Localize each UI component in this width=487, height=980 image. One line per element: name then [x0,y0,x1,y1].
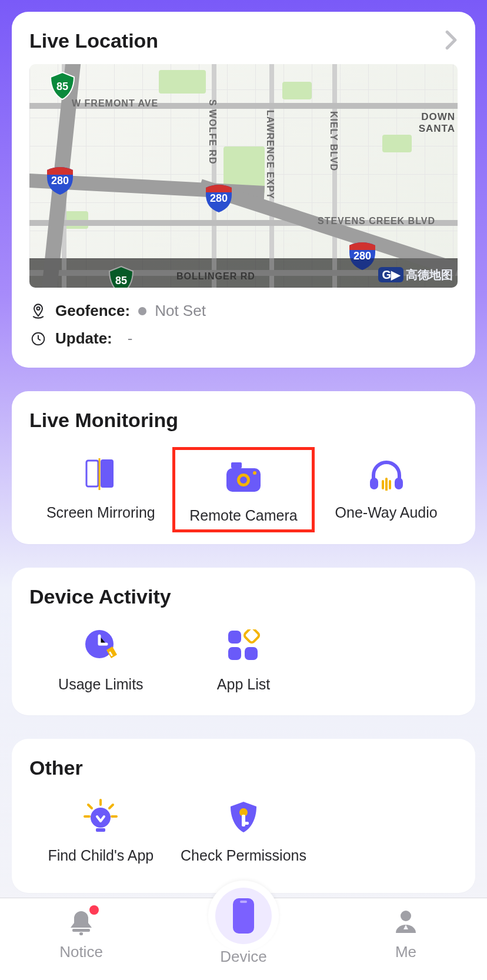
usage-limits-label: Usage Limits [58,675,144,694]
svg-rect-29 [242,822,249,825]
interstate-shield-280-b: 280 [204,182,234,212]
svg-rect-17 [228,647,241,660]
i280-label-b: 280 [210,192,228,205]
geofence-value: Not Set [155,302,206,320]
other-card: Other [12,739,475,893]
road-swolfe: S WOLFE RD [207,99,218,164]
find-childs-app-tile[interactable]: Find Child's App [29,790,172,869]
geofence-row: Geofence: Not Set [29,302,458,320]
svg-point-9 [253,471,256,475]
one-way-audio-tile[interactable]: One-Way Audio [315,447,458,532]
other-empty-slot [315,790,458,869]
svg-rect-26 [96,828,105,832]
update-value: - [128,329,133,348]
tab-bar: Notice Device [0,898,487,980]
svg-rect-30 [72,929,90,932]
find-childs-app-label: Find Child's App [48,846,154,865]
map-text-santa: SANTA [419,123,455,135]
headphones-icon [368,455,405,493]
live-location-card: Live Location [12,12,475,368]
svg-rect-2 [86,461,98,486]
i280-label-c: 280 [353,250,371,262]
device-activity-card: Device Activity Usage Limits [12,568,475,715]
live-monitoring-card: Live Monitoring Screen Mirroring [12,391,475,544]
tab-device[interactable]: Device [163,906,323,966]
usage-limits-tile[interactable]: Usage Limits [29,619,172,698]
camera-icon [225,458,262,496]
tab-me[interactable]: Me [325,906,486,961]
device-activity-title: Device Activity [29,585,458,608]
chevron-right-icon [445,30,458,52]
svg-rect-33 [240,901,247,903]
bell-icon [66,906,96,937]
route-shield-85: 85 [47,70,78,101]
app-list-label: App List [217,675,270,694]
svg-line-21 [88,805,92,808]
screen-mirroring-tile[interactable]: Screen Mirroring [29,447,172,532]
geofence-label: Geofence: [55,302,130,320]
map-text-down: DOWN [421,111,455,123]
svg-rect-10 [370,478,378,489]
live-location-header[interactable]: Live Location [29,29,458,52]
status-dot-icon [138,307,146,315]
live-location-title: Live Location [29,29,158,52]
svg-rect-3 [101,459,114,488]
other-title: Other [29,756,458,779]
usage-limits-icon [82,627,119,665]
tab-notice-label: Notice [59,943,103,961]
svg-point-0 [36,306,39,309]
update-row: Update: - [29,329,458,348]
lightbulb-icon [82,798,119,836]
road-lawrence: LAWRENCE EXPY [265,110,275,199]
screen-mirroring-icon [82,455,119,493]
i280-label-a: 280 [51,175,69,187]
svg-point-8 [240,476,247,484]
remote-camera-tile[interactable]: Remote Camera [172,447,315,532]
device-fab[interactable] [208,881,279,951]
person-icon [391,906,421,937]
svg-rect-18 [245,647,258,660]
check-permissions-tile[interactable]: Check Permissions [172,790,315,869]
svg-point-25 [91,808,111,828]
tab-notice[interactable]: Notice [1,906,161,961]
one-way-audio-label: One-Way Audio [335,504,438,522]
phone-icon [232,897,255,935]
svg-rect-31 [79,932,83,935]
map-attribution: G▶高德地图 [378,267,453,283]
shield-key-icon [225,798,262,836]
svg-rect-16 [228,631,241,644]
road-stevens: STEVENS CREEK BLVD [318,216,435,226]
app-list-tile[interactable]: App List [172,619,315,698]
svg-line-22 [109,805,113,808]
amap-text: 高德地图 [406,268,453,281]
live-monitoring-title: Live Monitoring [29,409,458,432]
svg-rect-32 [233,898,254,934]
notification-badge [89,905,99,915]
road-fremont: W FREMONT AVE [72,98,158,109]
tab-me-label: Me [395,943,416,961]
route-85-label-b: 85 [115,275,127,287]
check-permissions-label: Check Permissions [181,846,306,865]
remote-camera-label: Remote Camera [189,506,297,525]
svg-rect-11 [395,478,403,489]
map-preview[interactable]: 85 280 280 280 85 [29,64,458,288]
screen-mirroring-label: Screen Mirroring [46,504,155,522]
interstate-shield-280-a: 280 [45,164,75,195]
clock-icon [29,330,47,348]
road-kiely: KIELY BLVD [328,111,339,171]
svg-rect-19 [243,629,260,644]
update-label: Update: [55,329,112,348]
activity-empty-slot [315,619,458,698]
route-85-label: 85 [56,81,68,93]
svg-point-34 [401,911,411,921]
location-pin-icon [29,302,47,320]
apps-grid-icon [225,627,262,665]
svg-rect-5 [231,462,242,468]
amap-logo: G▶ [378,267,403,282]
